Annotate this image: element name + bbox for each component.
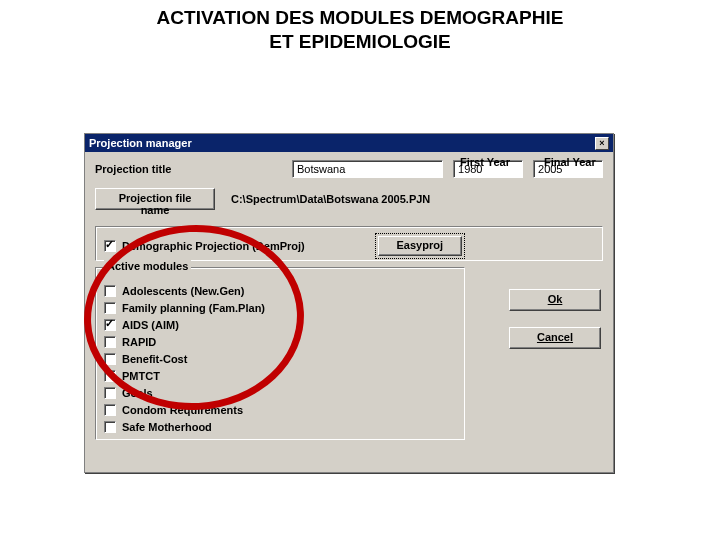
module-checkbox-adolescents-new-gen-[interactable]: [104, 285, 116, 297]
projection-file-name-button[interactable]: Projection file name: [95, 188, 215, 210]
module-label: Adolescents (New.Gen): [122, 285, 244, 297]
module-label: RAPID: [122, 336, 156, 348]
module-checkbox-safe-motherhood[interactable]: [104, 421, 116, 433]
module-label: PMTCT: [122, 370, 160, 382]
projection-file-path: C:\Spectrum\Data\Botswana 2005.PJN: [225, 193, 430, 205]
slide-title: ACTIVATION DES MODULES DEMOGRAPHIE ET EP…: [0, 0, 720, 54]
module-label: Family planning (Fam.Plan): [122, 302, 265, 314]
active-modules-group: Active modules Adolescents (New.Gen)Fami…: [95, 267, 465, 440]
cancel-button[interactable]: Cancel: [509, 327, 601, 349]
module-row: Adolescents (New.Gen): [104, 282, 456, 299]
module-checkbox-pmtct[interactable]: [104, 370, 116, 382]
module-row: AIDS (AIM): [104, 316, 456, 333]
slide-title-line2: ET EPIDEMIOLOGIE: [0, 30, 720, 54]
module-checkbox-benefit-cost[interactable]: [104, 353, 116, 365]
module-row: Family planning (Fam.Plan): [104, 299, 456, 316]
module-label: Condom Requirements: [122, 404, 243, 416]
active-modules-legend: Active modules: [104, 260, 191, 272]
module-checkbox-condom-requirements[interactable]: [104, 404, 116, 416]
demproj-group: Demographic Projection (DemProj) Easypro…: [95, 226, 603, 261]
module-label: Benefit-Cost: [122, 353, 187, 365]
demproj-checkbox[interactable]: [104, 240, 116, 252]
slide-title-line1: ACTIVATION DES MODULES DEMOGRAPHIE: [0, 6, 720, 30]
module-row: Benefit-Cost: [104, 350, 456, 367]
module-checkbox-goals[interactable]: [104, 387, 116, 399]
module-label: Goals: [122, 387, 153, 399]
module-checkbox-aids-aim-[interactable]: [104, 319, 116, 331]
module-row: Safe Motherhood: [104, 418, 456, 435]
close-button[interactable]: ×: [595, 137, 609, 150]
projection-manager-dialog: Projection manager × First Year Final Ye…: [84, 133, 614, 473]
ok-button[interactable]: Ok: [509, 289, 601, 311]
projection-title-input[interactable]: [292, 160, 443, 178]
module-checkbox-rapid[interactable]: [104, 336, 116, 348]
module-label: AIDS (AIM): [122, 319, 179, 331]
demproj-label: Demographic Projection (DemProj): [122, 240, 305, 252]
easyproj-button[interactable]: Easyproj: [378, 236, 462, 256]
projection-title-label: Projection title: [95, 163, 192, 175]
module-row: RAPID: [104, 333, 456, 350]
first-year-label: First Year: [460, 156, 510, 168]
module-row: Condom Requirements: [104, 401, 456, 418]
titlebar: Projection manager ×: [85, 134, 613, 152]
module-row: PMTCT: [104, 367, 456, 384]
year-column-headers: First Year Final Year: [460, 156, 596, 168]
module-row: Goals: [104, 384, 456, 401]
module-checkbox-family-planning-fam-plan-[interactable]: [104, 302, 116, 314]
module-label: Safe Motherhood: [122, 421, 212, 433]
window-title: Projection manager: [89, 137, 192, 149]
easyproj-focus-ring: Easyproj: [375, 233, 465, 259]
final-year-label: Final Year: [544, 156, 596, 168]
